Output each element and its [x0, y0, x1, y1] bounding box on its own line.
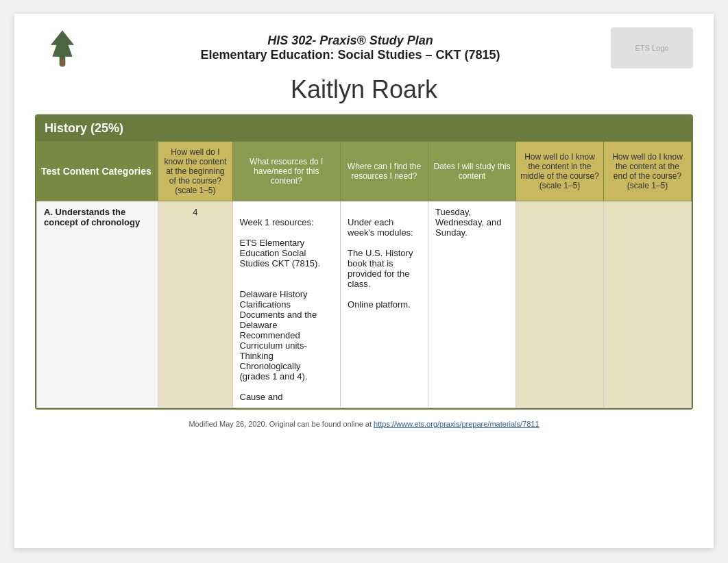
cell-rating-end [603, 201, 691, 408]
footer: Modified May 26, 2020. Original can be f… [35, 420, 693, 428]
logo-left [35, 27, 90, 68]
tree-icon [45, 27, 80, 68]
page: HIS 302- Praxis® Study Plan Elementary E… [14, 14, 714, 548]
footer-link[interactable]: https://www.ets.org/praxis/prepare/mater… [374, 420, 539, 428]
content-table: Test Content Categories How well do I kn… [36, 141, 692, 408]
col-header-dates: Dates I will study this content [428, 142, 516, 201]
cell-rating-begin: 4 [158, 201, 232, 408]
col-header-resources: What resources do I have/need for this c… [232, 142, 341, 201]
col-header-where-find: Where can I find the resources I need? [341, 142, 428, 201]
col-header-rating-end: How well do I know the content at the en… [603, 142, 691, 201]
logo-right: ETS Logo [611, 27, 693, 68]
cell-category: A. Understands the concept of chronology [37, 201, 158, 408]
sub-title: Elementary Education: Social Studies – C… [90, 48, 611, 62]
header-title: HIS 302- Praxis® Study Plan Elementary E… [90, 34, 611, 62]
col-header-rating-begin: How well do I know the content at the be… [158, 142, 232, 201]
footer-text: Modified May 26, 2020. Original can be f… [189, 420, 374, 428]
section-header: History (25%) [36, 116, 692, 141]
main-title: HIS 302- Praxis® Study Plan [90, 34, 611, 48]
cell-rating-mid [516, 201, 604, 408]
header: HIS 302- Praxis® Study Plan Elementary E… [35, 27, 693, 68]
svg-rect-1 [60, 60, 64, 66]
cell-dates: Tuesday, Wednesday, and Sunday. [428, 201, 516, 408]
cell-where-find: Under each week's modules: The U.S. Hist… [341, 201, 428, 408]
table-row: A. Understands the concept of chronology… [37, 201, 692, 408]
col-header-categories: Test Content Categories [37, 142, 158, 201]
col-header-rating-mid: How well do I know the content in the mi… [516, 142, 604, 201]
study-plan-table: History (25%) Test Content Categories Ho… [35, 114, 693, 410]
student-name: Kaitlyn Roark [35, 75, 693, 104]
cell-resources: Week 1 resources: ETS Elementary Educati… [232, 201, 341, 408]
